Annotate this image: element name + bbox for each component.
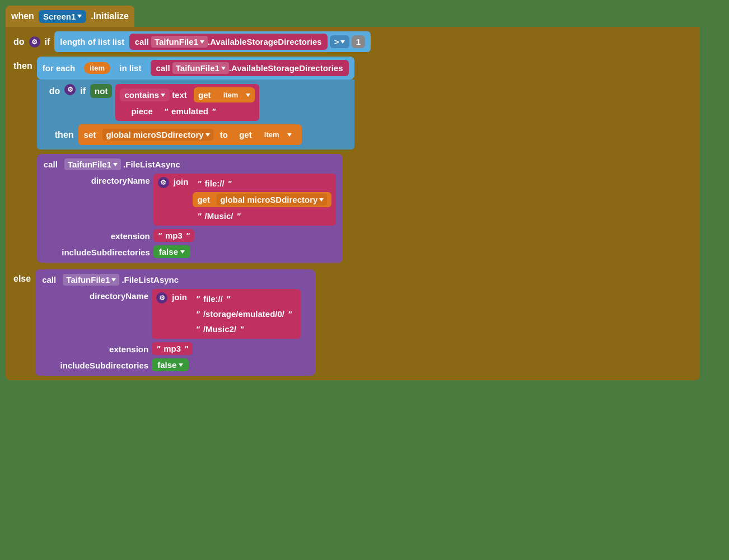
directory-name-label: directoryName [60,174,150,185]
initialize-label: .Initialize [90,9,130,24]
when-block[interactable]: when Screen1 .Initialize [6,6,134,27]
for-each-do-section: do ⚙ if not contains [37,80,354,150]
length-of-list-block: length of list list call TaifunFile1 .Av… [54,31,371,52]
call-block-then-container: call TaifunFile1 .FileListAsync director… [37,154,343,263]
contains-arrow-icon [161,94,165,97]
call-block-else-container: call TaifunFile1 .FileListAsync director… [35,269,315,376]
get-item-arrow [246,94,250,97]
music-path-block-1: " /Music/ " [193,209,331,222]
gt-block[interactable]: > [330,35,349,48]
false-block-2[interactable]: false [152,358,189,371]
join-block-1: ⚙ join " file:// " get [153,174,337,226]
false-arrow-1 [180,250,185,254]
taifun1-dropdown-2[interactable]: TaifunFile1 [172,62,229,74]
gear-icon-inner-if: ⚙ [64,84,76,95]
include-subdirs-row-1: includeSubdirectories false [44,245,337,258]
else-section: else call TaifunFile1 .FileListAsync dir… [12,267,693,376]
else-label: else [12,269,32,286]
call-available-storage-block: call TaifunFile1 .AvailableStorageDirect… [129,34,328,50]
call-block-then-header: call TaifunFile1 .FileListAsync [44,158,337,170]
micro-sd-arrow [205,133,210,137]
file-scheme-block-1: " file:// " [193,177,331,190]
do-inner-label: do [48,84,62,99]
inner-do-if-wrapper: do ⚙ if not contains [48,84,350,121]
then-label-1: then [12,57,34,73]
item-var-set: item [259,129,285,141]
join-items-1: " file:// " get global microSDdirecto [193,177,331,222]
taifun1-dropdown-3[interactable]: TaifunFile1 [64,158,121,170]
false-block-1[interactable]: false [153,245,190,258]
extension-row-2: extension " mp3 " [42,342,309,355]
global-micro-arrow-1 [319,198,324,202]
contains-row1: contains text get item [120,87,255,102]
screen1-arrow-icon [77,15,82,18]
taifun1-arrow-4 [111,278,116,282]
gt-arrow-icon [340,40,345,44]
taifun1-arrow-3 [113,163,118,166]
contains-block: contains text get item [115,84,259,121]
do-section: do ⚙ if length of list list call TaifunF… [6,27,700,380]
include-subdirs-label-2: includeSubdirectories [59,358,148,370]
extension-label-1: extension [60,229,150,241]
micro-sd-dropdown[interactable]: global microSDdirectory [102,129,213,141]
join-block-2: ⚙ join " file:// " " /storage/emulated/0… [152,289,301,339]
directory-name-row-else: directoryName ⚙ join " file:// " " [42,289,309,339]
then-content: for each item in list call TaifunFile1 . [37,57,354,263]
false-arrow-2 [179,363,183,367]
directory-name-label-else: directoryName [59,289,148,301]
gear-join-2: ⚙ [156,292,167,304]
if-label: if [44,35,52,49]
set-global-block: set global microSDdirectory to get [78,124,302,145]
mp3-block-1: " mp3 " [153,229,194,242]
extension-label-2: extension [59,342,148,354]
do-label: do [12,35,26,49]
get-global-micro-block-1: get global microSDdirectory [193,192,331,207]
mp3-block-2: " mp3 " [152,342,193,355]
for-each-block: for each item in list call TaifunFile1 . [37,57,354,80]
screen1-dropdown[interactable]: Screen1 [39,10,86,23]
when-label: when [10,9,35,24]
gear-join-1: ⚙ [158,177,169,188]
if-inner-label: if [79,84,87,99]
taifun1-arrow-icon [200,40,204,44]
then-inner-wrapper: then set global microSDdirectory to [48,124,350,145]
item-var-get: item [218,89,244,101]
main-block-container: when Screen1 .Initialize do ⚙ if length … [6,6,723,380]
item-var-badge: item [84,62,110,74]
include-subdirs-row-2: includeSubdirectories false [42,358,309,371]
taifun1-arrow-icon-2 [221,67,226,70]
taifun1-dropdown-4[interactable]: TaifunFile1 [63,274,119,286]
if-row: do ⚙ if length of list list call TaifunF… [12,31,693,52]
number-1-block: 1 [352,35,365,48]
storage-emulated-block: " /storage/emulated/0/ " [191,307,296,320]
get-item-block-2: get item [235,127,296,142]
directory-name-row: directoryName ⚙ join " file:// " [44,174,337,226]
global-micro-dropdown-1[interactable]: global microSDdirectory [217,194,327,206]
get-item-set-arrow [287,133,292,137]
emulated-string-block: " emulated " [160,105,220,118]
taifun1-dropdown-1[interactable]: TaifunFile1 [151,36,208,48]
get-item-block-1: get item [194,87,255,102]
join-items-2: " file:// " " /storage/emulated/0/ " " [191,292,296,335]
call-block-else-header: call TaifunFile1 .FileListAsync [42,274,309,286]
not-block: not [90,84,112,98]
gear-icon-if: ⚙ [29,36,40,48]
include-subdirs-label-1: includeSubdirectories [60,245,150,257]
call-available-storage-block-2: call TaifunFile1 .AvailableStorageDirect… [151,60,349,76]
then-section-wrapper: then for each item in list call TaifunFi… [12,57,693,263]
then-inner-label: then [54,128,75,142]
file-scheme-block-2: " file:// " [191,292,296,305]
extension-row-1: extension " mp3 " [44,229,337,242]
contains-dropdown[interactable]: contains [120,88,170,101]
contains-row2: piece " emulated " [120,105,220,118]
music2-path-block: " /Music2/ " [191,323,296,335]
call-filelist-then: call TaifunFile1 .FileListAsync director… [37,154,354,263]
